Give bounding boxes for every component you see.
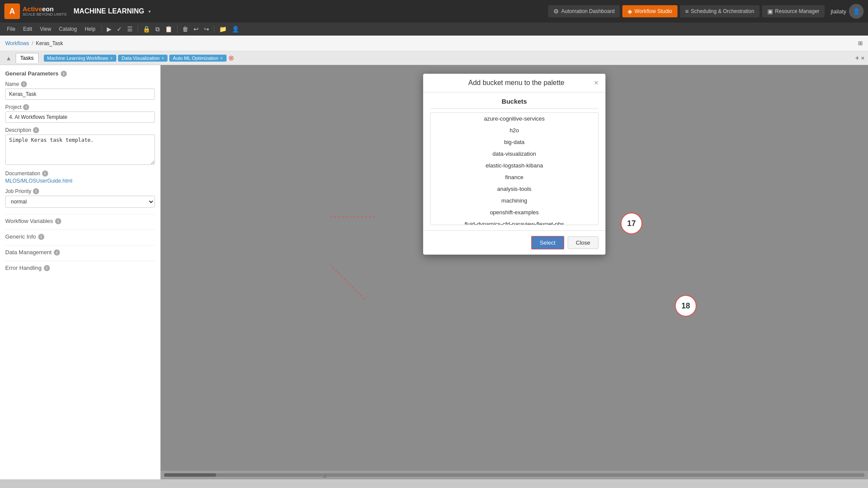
modal-divider	[430, 108, 598, 109]
error-handling-title[interactable]: Error Handling i	[5, 265, 155, 271]
job-priority-info-icon[interactable]: i	[33, 188, 39, 194]
modal-dialog: Add bucket menu to the palette × Buckets…	[423, 74, 605, 255]
bucket-item[interactable]: azure-cognitive-services	[431, 113, 598, 124]
canvas-area: Add bucket menu to the palette × Buckets…	[161, 65, 868, 479]
general-params-info-icon[interactable]: i	[61, 71, 67, 77]
redo-btn[interactable]: ↪	[202, 24, 211, 34]
error-handling-section: Error Handling i	[5, 261, 155, 275]
modal-body: Buckets azure-cognitive-servicesh2obig-d…	[423, 92, 605, 230]
modal-overlay: Add bucket menu to the palette × Buckets…	[161, 65, 868, 479]
description-textarea[interactable]: Simple Keras task template.	[5, 134, 155, 165]
folder-btn[interactable]: 📁	[217, 24, 229, 34]
job-priority-label: Job Priority i	[5, 188, 155, 194]
palette-tag-ml[interactable]: Machine Learning Workflows ×	[44, 55, 116, 62]
general-params-label: General Parameters	[5, 70, 59, 77]
bucket-item[interactable]: analysis-tools	[431, 183, 598, 195]
error-handling-info-icon[interactable]: i	[44, 265, 50, 271]
logo-icon: A	[4, 3, 20, 19]
nav-resource-manager[interactable]: ▣ Resource Manager	[762, 5, 825, 17]
lock-btn[interactable]: 🔒	[141, 24, 152, 34]
menu-separator-1	[102, 25, 102, 33]
generic-info-icon[interactable]: i	[38, 234, 44, 240]
name-info-icon[interactable]: i	[21, 81, 27, 87]
documentation-info-icon[interactable]: i	[42, 170, 48, 177]
data-mgmt-info-icon[interactable]: i	[54, 249, 60, 255]
modal-close-btn[interactable]: ×	[594, 79, 598, 87]
undo-btn[interactable]: ↩	[191, 24, 201, 34]
select-button[interactable]: Select	[531, 236, 564, 249]
job-priority-select[interactable]: normal	[5, 196, 155, 208]
buckets-title: Buckets	[430, 98, 598, 105]
user-avatar[interactable]: 👤	[849, 4, 864, 19]
validate-btn[interactable]: ✓	[115, 24, 124, 34]
bucket-list[interactable]: azure-cognitive-servicesh2obig-datadata-…	[430, 112, 598, 225]
menu-help[interactable]: Help	[81, 24, 99, 34]
nav-dashboard-label: Automation Dashboard	[561, 8, 615, 14]
generic-info-title[interactable]: Generic Info i	[5, 233, 155, 240]
bucket-item[interactable]: data-visualization	[431, 148, 598, 160]
palette-tab-tasks[interactable]: Tasks	[16, 53, 39, 63]
run-btn[interactable]: ▶	[105, 24, 114, 34]
palette-tag-ml-close[interactable]: ×	[110, 56, 113, 61]
palette-tag-dv-close[interactable]: ×	[161, 56, 164, 61]
list-btn[interactable]: ☰	[125, 24, 135, 34]
bucket-item[interactable]: big-data	[431, 136, 598, 148]
menu-separator-3	[177, 25, 178, 33]
nav-automation-dashboard[interactable]: ⚙ Automation Dashboard	[548, 5, 620, 17]
delete-btn[interactable]: 🗑	[180, 24, 191, 34]
main-layout: General Parameters i Name i Project i De…	[0, 65, 868, 479]
resource-icon: ▣	[767, 8, 773, 15]
logo-sub: SCALE BEYOND LIMITS	[23, 13, 67, 17]
bucket-item[interactable]: machining	[431, 195, 598, 206]
description-label: Description i	[5, 127, 155, 133]
palette-tag-dv[interactable]: Data Visualization ×	[118, 55, 168, 62]
bucket-item[interactable]: fluid-dynamics-cfd-paraview-flexnet-pbs	[431, 218, 598, 225]
username-label: jlailaty	[831, 8, 846, 15]
data-management-title[interactable]: Data Management i	[5, 249, 155, 255]
workflow-variables-section: Workflow Variables i	[5, 214, 155, 228]
menu-file[interactable]: File	[3, 24, 19, 34]
palette-close-btn[interactable]: ×	[861, 55, 865, 62]
sidebar: General Parameters i Name i Project i De…	[0, 65, 161, 479]
name-input[interactable]	[5, 88, 155, 100]
palette-tag-auto-close[interactable]: ×	[220, 56, 223, 61]
workflow-variables-title[interactable]: Workflow Variables i	[5, 218, 155, 224]
generic-info-section: Generic Info i	[5, 229, 155, 243]
palette-tag-ml-label: Machine Learning Workflows	[47, 56, 108, 61]
logo-area: A Activeeon SCALE BEYOND LIMITS	[4, 3, 67, 19]
dashboard-icon: ⚙	[553, 8, 559, 15]
bucket-item[interactable]: elastic-logstash-kibana	[431, 160, 598, 171]
logo-text: Activeeon SCALE BEYOND LIMITS	[23, 6, 67, 17]
user-folder-btn[interactable]: 👤	[230, 24, 241, 34]
description-info-icon[interactable]: i	[33, 127, 39, 133]
nav-scheduling-label: Scheduling & Orchestration	[691, 8, 754, 14]
project-info-icon[interactable]: i	[23, 104, 29, 110]
close-button[interactable]: Close	[568, 236, 598, 249]
bucket-item[interactable]: h2o	[431, 124, 598, 136]
paste-btn[interactable]: 📋	[163, 24, 174, 34]
documentation-link[interactable]: MLOS/MLOSUserGuide.html	[5, 178, 155, 184]
nav-workflow-studio[interactable]: ◈ Workflow Studio	[622, 5, 677, 17]
palette-tag-auto-label: Auto ML Optimization	[173, 56, 218, 61]
palette-tag-auto[interactable]: Auto ML Optimization ×	[169, 55, 226, 62]
breadcrumb-current: Keras_Task	[36, 40, 63, 46]
bucket-item[interactable]: finance	[431, 171, 598, 183]
copy-btn[interactable]: ⧉	[153, 24, 162, 34]
palette-tabs: ▲ Tasks Machine Learning Workflows × Dat…	[0, 51, 868, 65]
workflow-vars-info-icon[interactable]: i	[55, 218, 61, 224]
project-label: Project i	[5, 104, 155, 110]
data-management-section: Data Management i	[5, 245, 155, 259]
menu-bar: File Edit View Catalog Help ▶ ✓ ☰ 🔒 ⧉ 📋 …	[0, 23, 868, 36]
modal-header: Add bucket menu to the palette ×	[423, 74, 605, 92]
menu-catalog[interactable]: Catalog	[56, 24, 80, 34]
grid-view-icon[interactable]: ⊞	[858, 40, 863, 46]
project-input[interactable]	[5, 111, 155, 123]
palette-add-btn[interactable]: +	[855, 54, 859, 62]
breadcrumb-workflows[interactable]: Workflows	[5, 40, 29, 46]
menu-edit[interactable]: Edit	[20, 24, 36, 34]
nav-scheduling[interactable]: ≡ Scheduling & Orchestration	[680, 5, 760, 17]
bucket-item[interactable]: openshift-examples	[431, 206, 598, 218]
palette-arrow-icon[interactable]: ▲	[3, 53, 14, 63]
menu-view[interactable]: View	[36, 24, 55, 34]
app-dropdown-arrow[interactable]: ▾	[148, 9, 151, 14]
